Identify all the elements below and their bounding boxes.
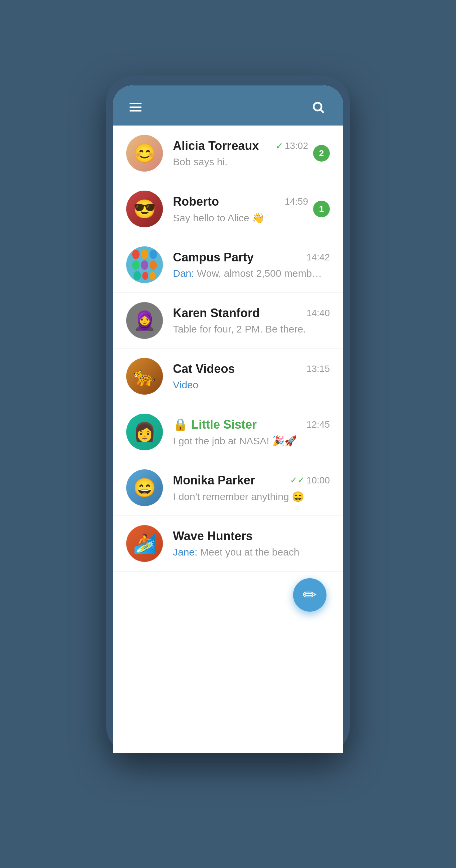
svg-point-0 — [314, 103, 322, 111]
chat-preview: Dan: Wow, almost 2,500 members! — [173, 268, 327, 279]
chat-top-row: Cat Videos 13:15 — [173, 362, 330, 376]
chat-name: Campus Party — [173, 250, 254, 265]
chat-top-row: Karen Stanford 14:40 — [173, 306, 330, 320]
search-icon — [311, 100, 325, 114]
chat-top-row: Alicia Torreaux ✓13:02 — [173, 139, 308, 153]
unread-badge: 2 — [313, 145, 330, 162]
chat-item-alicia[interactable]: 😊 Alicia Torreaux ✓13:02 Bob says hi. 2 — [113, 126, 343, 181]
chat-item-campus[interactable]: Campus Party 14:42 Dan: Wow, almost 2,50… — [113, 237, 343, 293]
chat-preview: Table for four, 2 PM. Be there. — [173, 323, 327, 335]
chat-name: Roberto — [173, 195, 219, 209]
chat-content: Cat Videos 13:15 Video — [173, 362, 330, 391]
chat-name: Alicia Torreaux — [173, 139, 259, 153]
menu-button[interactable] — [129, 103, 142, 112]
avatar-roberto: 😎 — [126, 191, 163, 227]
compose-icon: ✏ — [303, 587, 317, 603]
chat-top-row: 🔒 Little Sister 12:45 — [173, 417, 330, 432]
bottom-area: ✏ — [113, 571, 343, 625]
search-button[interactable] — [310, 99, 327, 116]
compose-button[interactable]: ✏ — [293, 578, 327, 612]
chat-content: Monika Parker ✓✓10:00 I don't remember a… — [173, 473, 330, 502]
chat-top-row: Roberto 14:59 — [173, 195, 308, 209]
chat-content: 🔒 Little Sister 12:45 I got the job at N… — [173, 417, 330, 447]
chat-content: Campus Party 14:42 Dan: Wow, almost 2,50… — [173, 250, 330, 279]
chat-top-row: Monika Parker ✓✓10:00 — [173, 473, 330, 488]
chat-preview: I got the job at NASA! 🎉🚀 — [173, 435, 327, 447]
chat-name: Karen Stanford — [173, 306, 260, 320]
avatar-sister: 👩 — [126, 414, 163, 451]
chat-time: 14:42 — [306, 252, 330, 263]
svg-line-1 — [321, 110, 324, 113]
chat-time: ✓13:02 — [275, 141, 308, 152]
chat-item-monika[interactable]: 😄 Monika Parker ✓✓10:00 I don't remember… — [113, 460, 343, 516]
hero-section — [0, 0, 456, 75]
chat-top-row: Campus Party 14:42 — [173, 250, 330, 265]
chat-name: Cat Videos — [173, 362, 235, 376]
chat-time: 13:15 — [306, 364, 330, 374]
avatar-catvideos: 🐆 — [126, 358, 163, 395]
chat-item-catvideos[interactable]: 🐆 Cat Videos 13:15 Video — [113, 348, 343, 404]
chat-list: 😊 Alicia Torreaux ✓13:02 Bob says hi. 2 … — [113, 126, 343, 571]
chat-content: Wave Hunters Jane: Meet you at the beach — [173, 529, 330, 558]
chat-name: Monika Parker — [173, 473, 255, 488]
avatar-alicia: 😊 — [126, 135, 163, 172]
avatar-karen: 🧕 — [126, 302, 163, 339]
chat-top-row: Wave Hunters — [173, 529, 330, 543]
chat-preview: Jane: Meet you at the beach — [173, 547, 327, 558]
chat-content: Roberto 14:59 Say hello to Alice 👋 — [173, 195, 308, 224]
phone-device: 😊 Alicia Torreaux ✓13:02 Bob says hi. 2 … — [106, 75, 350, 753]
chat-preview: Say hello to Alice 👋 — [173, 212, 308, 224]
chat-preview: Video — [173, 379, 327, 391]
unread-badge: 1 — [313, 200, 330, 217]
chat-item-sister[interactable]: 👩 🔒 Little Sister 12:45 I got the job at… — [113, 404, 343, 460]
chat-time: 12:45 — [306, 419, 330, 430]
app-header — [113, 86, 343, 126]
chat-item-wave[interactable]: 🏄 Wave Hunters Jane: Meet you at the bea… — [113, 516, 343, 571]
chat-preview: I don't remember anything 😄 — [173, 491, 327, 502]
chat-content: Karen Stanford 14:40 Table for four, 2 P… — [173, 306, 330, 335]
phone-screen: 😊 Alicia Torreaux ✓13:02 Bob says hi. 2 … — [113, 86, 343, 753]
chat-item-roberto[interactable]: 😎 Roberto 14:59 Say hello to Alice 👋 1 — [113, 181, 343, 237]
avatar-campus — [126, 246, 163, 283]
avatar-wave: 🏄 — [126, 525, 163, 562]
chat-content: Alicia Torreaux ✓13:02 Bob says hi. — [173, 139, 308, 167]
chat-name: 🔒 Little Sister — [173, 417, 257, 432]
chat-item-karen[interactable]: 🧕 Karen Stanford 14:40 Table for four, 2… — [113, 293, 343, 348]
chat-preview: Bob says hi. — [173, 156, 308, 167]
avatar-monika: 😄 — [126, 469, 163, 506]
chat-time: ✓✓10:00 — [290, 475, 330, 486]
chat-time: 14:40 — [306, 308, 330, 318]
chat-time: 14:59 — [285, 196, 308, 207]
chat-name: Wave Hunters — [173, 529, 253, 543]
